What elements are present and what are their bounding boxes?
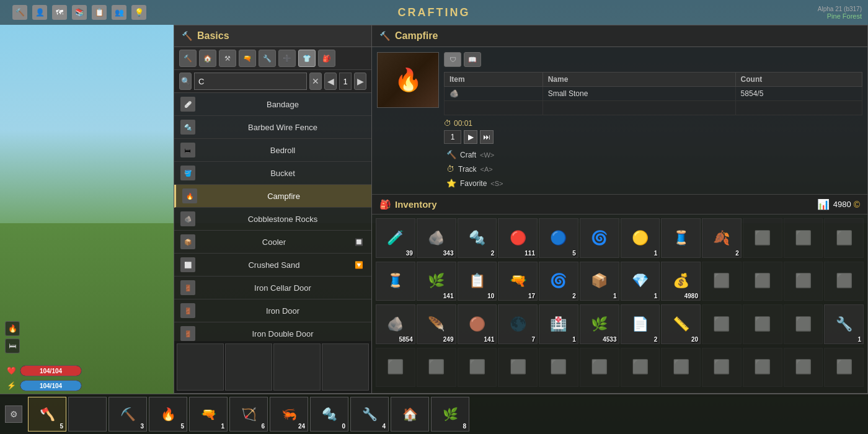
- list-item-campfire[interactable]: 🔥 Campfire: [174, 185, 371, 208]
- list-item[interactable]: 🚪 Iron Cellar Door: [174, 277, 371, 299]
- inv-slot-13[interactable]: 🧵: [376, 262, 415, 301]
- inv-slot-45[interactable]: ⬜: [702, 348, 742, 388]
- cat-bag-icon[interactable]: 🎒: [318, 50, 335, 67]
- inv-slot-18[interactable]: 📦1: [580, 262, 619, 301]
- inv-slot-7[interactable]: 🟡1: [621, 218, 660, 258]
- inv-slot-20[interactable]: 💰4980: [661, 262, 701, 301]
- inv-slot-2[interactable]: 🪨343: [417, 218, 456, 258]
- options-nav-icon[interactable]: 💡: [131, 5, 146, 20]
- list-item[interactable]: 📦 Cooler 🔲: [174, 231, 371, 254]
- hotbar-slot-2[interactable]: [68, 397, 107, 432]
- bottom-slot-4[interactable]: [322, 343, 369, 391]
- hotbar-slot-1[interactable]: 🪓 5: [28, 397, 66, 432]
- inv-slot-47[interactable]: ⬜: [784, 348, 823, 388]
- inv-slot-14[interactable]: 🌿141: [417, 262, 456, 301]
- inv-slot-1[interactable]: 🧪39: [376, 218, 415, 258]
- inv-slot-35[interactable]: ⬜: [784, 304, 823, 344]
- search-button[interactable]: 🔍: [179, 73, 192, 90]
- cat-forge-icon[interactable]: ⚒: [219, 50, 236, 67]
- cat-hammer-icon[interactable]: 🔨: [179, 50, 197, 67]
- inv-slot-30[interactable]: 🌿4533: [580, 304, 619, 344]
- inv-slot-39[interactable]: ⬜: [458, 348, 497, 388]
- inv-slot-23[interactable]: ⬜: [784, 262, 823, 301]
- inv-slot-31[interactable]: 📄2: [621, 304, 660, 344]
- inv-slot-4[interactable]: 🔴111: [498, 218, 538, 258]
- bottom-slot-3[interactable]: [273, 343, 321, 391]
- inv-slot-8[interactable]: 🧵: [661, 218, 701, 258]
- craft-action-favorite[interactable]: ⭐ Favorite <S>: [444, 177, 862, 189]
- friends-nav-icon[interactable]: 👥: [112, 5, 126, 20]
- craft-action-craft[interactable]: 🔨 Craft <W>: [444, 149, 862, 161]
- inv-slot-3[interactable]: 🔩2: [458, 218, 497, 258]
- craft-fast-forward-button[interactable]: ⏭: [480, 130, 494, 144]
- inv-slot-38[interactable]: ⬜: [417, 348, 456, 388]
- inv-slot-48[interactable]: ⬜: [824, 348, 864, 388]
- inv-slot-16[interactable]: 🔫17: [498, 262, 538, 301]
- hotbar-slot-11[interactable]: 🌿 8: [431, 397, 469, 432]
- list-item[interactable]: 🛏 Bedroll: [174, 139, 371, 162]
- inv-slot-25[interactable]: 🪨5854: [376, 304, 415, 344]
- craft-action-track[interactable]: ⏱ Track <A>: [444, 163, 862, 175]
- list-item[interactable]: 🚪 Iron Double Door: [174, 322, 371, 341]
- inv-slot-21[interactable]: ⬜: [702, 262, 742, 301]
- cat-house-icon[interactable]: 🏠: [199, 50, 216, 67]
- skills-nav-icon[interactable]: 📚: [72, 5, 87, 20]
- inv-slot-46[interactable]: ⬜: [743, 348, 782, 388]
- detail-tab-book[interactable]: 📖: [464, 52, 481, 67]
- inv-slot-26[interactable]: 🪶249: [417, 304, 456, 344]
- prev-page-button[interactable]: ◀: [324, 73, 337, 90]
- inv-slot-40[interactable]: ⬜: [498, 348, 538, 388]
- inv-slot-17[interactable]: 🌀2: [539, 262, 578, 301]
- inv-slot-44[interactable]: ⬜: [661, 348, 701, 388]
- inv-slot-32[interactable]: 📏20: [661, 304, 701, 344]
- craft-forward-button[interactable]: ▶: [464, 130, 477, 144]
- inv-slot-28[interactable]: 🌑7: [498, 304, 538, 344]
- cat-wrench-icon[interactable]: 🔧: [259, 50, 276, 67]
- bottom-slot-2[interactable]: [225, 343, 272, 391]
- hotbar-slot-8[interactable]: 🔩 0: [310, 397, 348, 432]
- list-item[interactable]: 🩹 Bandage: [174, 93, 371, 116]
- gear-settings-button[interactable]: ⚙: [5, 405, 22, 423]
- inv-slot-19[interactable]: 💎1: [621, 262, 660, 301]
- bottom-slot-1[interactable]: [177, 343, 224, 391]
- crafting-nav-icon[interactable]: 🔨: [12, 5, 27, 20]
- inv-slot-29[interactable]: 🏥1: [539, 304, 578, 344]
- search-input[interactable]: [194, 73, 307, 90]
- hotbar-slot-7[interactable]: 🦐 24: [270, 397, 308, 432]
- inv-slot-41[interactable]: ⬜: [539, 348, 578, 388]
- campfire-quick-icon[interactable]: 🔥: [5, 321, 20, 336]
- inv-slot-42[interactable]: ⬜: [580, 348, 619, 388]
- cat-medical-icon[interactable]: ➕: [278, 50, 296, 67]
- inv-slot-6[interactable]: 🌀: [580, 218, 619, 258]
- inv-slot-5[interactable]: 🔵5: [539, 218, 578, 258]
- list-item[interactable]: ⬜ Crushed Sand 🔽: [174, 254, 371, 277]
- character-nav-icon[interactable]: 👤: [32, 5, 47, 20]
- journal-nav-icon[interactable]: 📋: [92, 5, 107, 20]
- inv-slot-33[interactable]: ⬜: [702, 304, 742, 344]
- inv-slot-15[interactable]: 📋10: [458, 262, 497, 301]
- inv-slot-22[interactable]: ⬜: [743, 262, 782, 301]
- sort-icon[interactable]: 📊: [817, 198, 830, 210]
- list-item[interactable]: 🪣 Bucket: [174, 162, 371, 185]
- clear-search-button[interactable]: ✕: [309, 73, 322, 90]
- next-page-button[interactable]: ▶: [354, 73, 366, 90]
- cat-shirt-icon[interactable]: 👕: [298, 50, 316, 67]
- inv-slot-10[interactable]: ⬜: [743, 218, 782, 258]
- list-item[interactable]: 🚪 Iron Door: [174, 299, 371, 322]
- detail-tab-shield[interactable]: 🛡: [444, 52, 461, 67]
- hotbar-slot-10[interactable]: 🏠: [391, 397, 429, 432]
- map-nav-icon[interactable]: 🗺: [52, 5, 67, 20]
- inv-slot-12[interactable]: ⬜: [824, 218, 864, 258]
- inv-slot-36[interactable]: 🔧1: [824, 304, 864, 344]
- inv-slot-34[interactable]: ⬜: [743, 304, 782, 344]
- inv-slot-9[interactable]: 🍂2: [702, 218, 742, 258]
- hotbar-slot-4[interactable]: 🔥 5: [149, 397, 187, 432]
- hotbar-slot-9[interactable]: 🔧 4: [350, 397, 389, 432]
- inv-slot-27[interactable]: 🟤141: [458, 304, 497, 344]
- hotbar-slot-3[interactable]: ⛏️ 3: [108, 397, 147, 432]
- hotbar-slot-6[interactable]: 🏹 6: [229, 397, 268, 432]
- list-item[interactable]: 🪨 Cobblestone Rocks: [174, 208, 371, 231]
- hotbar-slot-5[interactable]: 🔫 1: [189, 397, 228, 432]
- bed-quick-icon[interactable]: 🛏: [5, 339, 20, 353]
- cat-gun-icon[interactable]: 🔫: [239, 50, 256, 67]
